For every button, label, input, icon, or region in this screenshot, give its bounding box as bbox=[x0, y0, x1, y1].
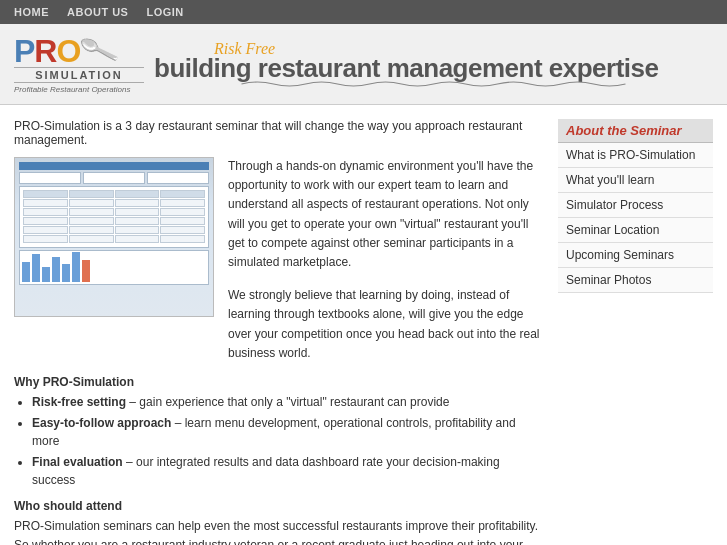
chart-bar bbox=[32, 254, 40, 282]
nav-login[interactable]: LOGIN bbox=[146, 6, 183, 18]
chart-bar bbox=[22, 262, 30, 282]
ss-cell bbox=[160, 199, 205, 207]
chart-bar bbox=[62, 264, 70, 282]
ss-block-3 bbox=[147, 172, 209, 184]
ss-cell bbox=[115, 235, 160, 243]
ss-cell bbox=[115, 226, 160, 234]
chart-bar bbox=[72, 252, 80, 282]
description-column: Through a hands-on dynamic environment y… bbox=[228, 157, 544, 363]
why-bullets: Risk-free setting – gain experience that… bbox=[14, 393, 544, 489]
sidebar-link-upcoming[interactable]: Upcoming Seminars bbox=[558, 243, 713, 268]
ss-cell bbox=[160, 208, 205, 216]
ss-table-row bbox=[23, 199, 205, 207]
content-area: PRO-Simulation is a 3 day restaurant sem… bbox=[14, 119, 544, 545]
logo-p: P bbox=[14, 33, 34, 69]
main-tagline: building restaurant management expertise bbox=[154, 54, 713, 83]
chart-bar bbox=[42, 267, 50, 282]
sidebar-link-photos[interactable]: Seminar Photos bbox=[558, 268, 713, 293]
logo-r: R bbox=[34, 33, 56, 69]
ss-cell bbox=[115, 199, 160, 207]
who-text: PRO-Simulation seminars can help even th… bbox=[14, 517, 544, 545]
logo-simulation: SIMULATION bbox=[14, 67, 144, 83]
ss-cell bbox=[69, 235, 114, 243]
sidebar-link-location[interactable]: Seminar Location bbox=[558, 218, 713, 243]
nav-about[interactable]: ABOUT US bbox=[67, 6, 128, 18]
bullet-2: Easy-to-follow approach – learn menu dev… bbox=[32, 414, 544, 450]
ss-cell bbox=[23, 199, 68, 207]
ss-cell bbox=[115, 217, 160, 225]
ss-cell bbox=[69, 199, 114, 207]
logo-o: O bbox=[56, 33, 80, 69]
chart-bar bbox=[52, 257, 60, 282]
bullet-3-bold: Final evaluation bbox=[32, 455, 123, 469]
why-heading: Why PRO-Simulation bbox=[14, 375, 544, 389]
ss-cell bbox=[23, 235, 68, 243]
intro-text: PRO-Simulation is a 3 day restaurant sem… bbox=[14, 119, 544, 147]
ss-cell bbox=[69, 226, 114, 234]
top-navigation: HOME ABOUT US LOGIN bbox=[0, 0, 727, 24]
ss-cell bbox=[23, 208, 68, 216]
bullet-2-bold: Easy-to-follow approach bbox=[32, 416, 171, 430]
chart-bar bbox=[82, 260, 90, 282]
ss-block-2 bbox=[83, 172, 145, 184]
sidebar-link-youll-learn[interactable]: What you'll learn bbox=[558, 168, 713, 193]
sidebar-link-what-is[interactable]: What is PRO-Simulation bbox=[558, 143, 713, 168]
header-banner: PRO 🥄 SIMULATION Profitable Restaurant O… bbox=[0, 24, 727, 105]
screenshot-inner bbox=[15, 158, 213, 316]
ss-block-1 bbox=[19, 172, 81, 184]
spoon-icon: 🥄 bbox=[78, 29, 122, 72]
ss-cell bbox=[160, 217, 205, 225]
bullet-1-bold: Risk-free setting bbox=[32, 395, 126, 409]
logo-pro: PRO bbox=[14, 35, 80, 67]
ss-cell bbox=[23, 226, 68, 234]
bullet-3: Final evaluation – our integrated result… bbox=[32, 453, 544, 489]
sidebar-link-simulator[interactable]: Simulator Process bbox=[558, 193, 713, 218]
bullet-1: Risk-free setting – gain experience that… bbox=[32, 393, 544, 411]
bullet-1-text: – gain experience that only a "virtual" … bbox=[126, 395, 449, 409]
description-p1: Through a hands-on dynamic environment y… bbox=[228, 157, 544, 272]
logo-subtitle: Profitable Restaurant Operations bbox=[14, 85, 131, 94]
nav-home[interactable]: HOME bbox=[14, 6, 49, 18]
ss-cell bbox=[160, 235, 205, 243]
ss-table-row bbox=[23, 217, 205, 225]
ss-cell bbox=[23, 190, 68, 198]
wave-decoration bbox=[154, 80, 713, 88]
ss-cell bbox=[69, 217, 114, 225]
who-heading: Who should attend bbox=[14, 499, 544, 513]
screenshot-mockup bbox=[14, 157, 214, 317]
ss-cell bbox=[160, 190, 205, 198]
content-row: Through a hands-on dynamic environment y… bbox=[14, 157, 544, 363]
sidebar: About the Seminar What is PRO-Simulation… bbox=[558, 119, 713, 545]
ss-cell bbox=[69, 190, 114, 198]
description-p2: We strongly believe that learning by doi… bbox=[228, 286, 544, 363]
ss-cell bbox=[69, 208, 114, 216]
banner-text: Risk Free building restaurant management… bbox=[144, 40, 713, 89]
ss-table-row bbox=[23, 235, 205, 243]
sidebar-heading: About the Seminar bbox=[558, 119, 713, 143]
ss-header-bar bbox=[19, 162, 209, 170]
ss-table-row bbox=[23, 190, 205, 198]
ss-cell bbox=[160, 226, 205, 234]
ss-table-row bbox=[23, 226, 205, 234]
ss-row-1 bbox=[19, 172, 209, 184]
main-wrapper: PRO-Simulation is a 3 day restaurant sem… bbox=[0, 105, 727, 545]
ss-cell bbox=[115, 208, 160, 216]
ss-cell bbox=[23, 217, 68, 225]
ss-table-row bbox=[23, 208, 205, 216]
logo-area: PRO 🥄 SIMULATION Profitable Restaurant O… bbox=[14, 34, 144, 94]
ss-cell bbox=[115, 190, 160, 198]
